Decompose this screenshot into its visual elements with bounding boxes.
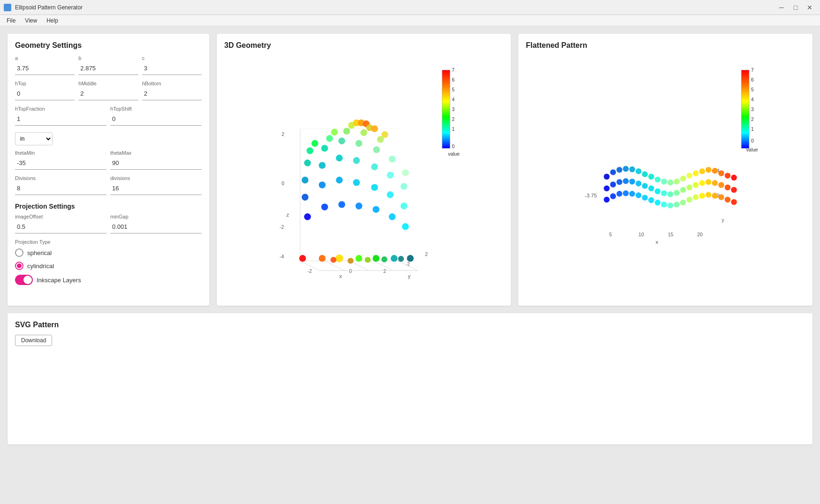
field-imageoffset: imageOffset (15, 214, 106, 233)
svg-point-142 (699, 180, 706, 186)
close-button[interactable]: ✕ (803, 2, 816, 13)
svg-point-79 (402, 169, 409, 176)
svg-point-152 (629, 166, 635, 173)
input-mingap[interactable] (110, 220, 202, 233)
toggle-row: Inkscape Layers (15, 275, 202, 285)
label-hmiddle: hMiddle (78, 81, 138, 86)
radio-spherical[interactable]: spherical (15, 248, 202, 257)
svg-point-47 (336, 177, 343, 184)
input-b[interactable] (78, 62, 138, 75)
svg-point-139 (680, 187, 686, 193)
svg-text:0: 0 (751, 138, 754, 143)
svg-point-162 (693, 170, 699, 176)
input-imageoffset[interactable] (15, 220, 106, 233)
label-hbottom: hBottom (142, 81, 202, 86)
input-htopshift[interactable] (110, 113, 202, 126)
svg-point-120 (693, 194, 699, 200)
svg-point-140 (686, 184, 692, 190)
field-a: a (15, 55, 75, 75)
input-hmiddle[interactable] (78, 87, 138, 100)
radio-cylindrical[interactable]: cylindrical (15, 262, 202, 270)
svg-text:5: 5 (452, 87, 455, 92)
input-htopfraction[interactable] (15, 113, 106, 126)
svg-point-125 (725, 197, 731, 203)
main-content: Geometry Settings a b c hTo (0, 26, 820, 504)
svg-point-76 (402, 223, 409, 230)
svg-text:2: 2 (751, 117, 754, 122)
svg-point-80 (407, 255, 414, 262)
label-b: b (78, 55, 138, 61)
svg-point-36 (306, 147, 313, 154)
svg-point-143 (706, 179, 712, 185)
inkscape-layers-toggle[interactable] (15, 275, 33, 285)
svg-point-144 (712, 180, 718, 186)
svg-point-66 (371, 164, 378, 171)
svg-text:-2: -2 (405, 262, 410, 267)
svg-point-134 (648, 186, 654, 192)
svg-text:3: 3 (452, 107, 455, 112)
minimize-button[interactable]: ─ (775, 2, 788, 13)
maximize-button[interactable]: □ (789, 2, 802, 13)
label-divisions1: Divisions (15, 175, 106, 181)
svg-point-75 (391, 255, 398, 262)
svg-point-81 (331, 257, 337, 263)
download-button[interactable]: Download (15, 335, 52, 346)
svg-text:0: 0 (281, 181, 284, 186)
label-divisions2: divisions (110, 175, 202, 181)
svg-point-45 (319, 255, 326, 262)
geometry-chart-svg: 7 6 5 4 3 2 1 0 value x y z 2 0 -2 (224, 55, 503, 280)
svg-point-38 (299, 255, 306, 262)
svg-point-107 (610, 193, 616, 199)
svg-point-56 (356, 203, 363, 210)
input-divisions1[interactable] (15, 182, 106, 195)
label-htopshift: hTopShift (110, 106, 202, 112)
input-a[interactable] (15, 62, 75, 75)
svg-point-167 (725, 173, 731, 179)
input-divisions2[interactable] (110, 182, 202, 195)
menu-help[interactable]: Help (42, 16, 63, 25)
svg-point-112 (642, 195, 648, 201)
input-c[interactable] (142, 62, 202, 75)
svg-point-42 (321, 145, 328, 152)
input-thetamin[interactable] (15, 157, 106, 170)
toggle-label: Inkscape Layers (37, 277, 81, 284)
input-hbottom[interactable] (142, 87, 202, 100)
svg-point-39 (321, 203, 328, 211)
svg-text:x: x (339, 273, 342, 279)
geometry-chart-title: 3D Geometry (224, 41, 503, 50)
svg-point-84 (381, 256, 387, 263)
svg-point-48 (336, 155, 343, 162)
svg-point-77 (401, 203, 408, 210)
svg-point-129 (616, 179, 623, 185)
input-htop[interactable] (15, 87, 75, 100)
svg-point-123 (712, 193, 718, 199)
unit-select[interactable]: in cm mm (15, 132, 53, 145)
svg-point-157 (661, 179, 667, 185)
svg-point-168 (731, 175, 737, 181)
svg-point-44 (331, 129, 338, 136)
label-thetamin: thetaMin (15, 150, 106, 156)
svg-point-155 (648, 174, 654, 180)
field-thetamax: thetaMax (110, 150, 202, 170)
menu-view[interactable]: View (20, 16, 42, 25)
svg-point-156 (655, 177, 661, 183)
svg-point-149 (610, 169, 616, 175)
svg-point-130 (623, 178, 629, 184)
input-thetamax[interactable] (110, 157, 202, 170)
svg-point-64 (372, 206, 380, 213)
label-mingap: minGap (110, 214, 202, 219)
svg-text:0: 0 (452, 144, 455, 149)
svg-point-73 (387, 172, 394, 179)
svg-point-163 (699, 168, 706, 174)
svg-rect-0 (261, 55, 466, 280)
svg-point-159 (674, 179, 680, 185)
svg-text:15: 15 (668, 232, 674, 237)
svg-point-78 (401, 183, 408, 190)
projection-fields: imageOffset minGap (15, 214, 202, 235)
menu-file[interactable]: File (2, 16, 20, 25)
projection-settings-title: Projection Settings (15, 203, 202, 210)
svg-point-41 (319, 162, 326, 169)
svg-point-158 (668, 180, 674, 186)
title-bar-controls: ─ □ ✕ (775, 2, 816, 13)
svg-point-133 (642, 183, 648, 189)
